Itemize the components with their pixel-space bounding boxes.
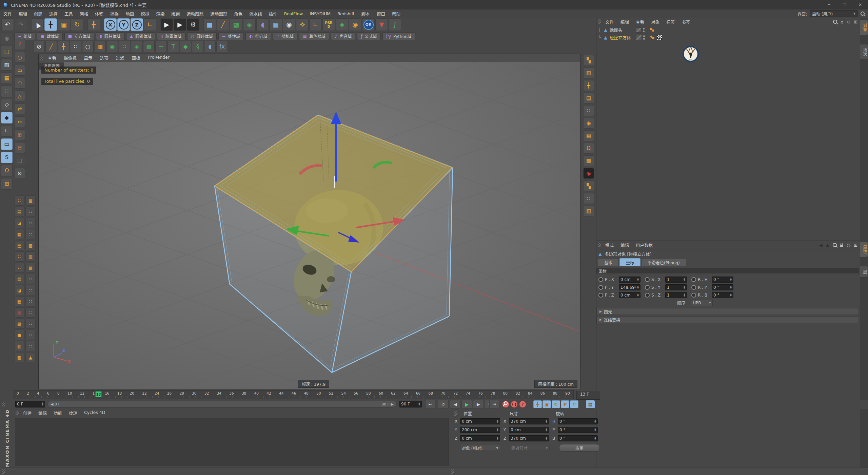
menu-item[interactable]: 渲染: [153, 10, 168, 18]
size-field[interactable]: 0 cm▲▼: [509, 427, 549, 433]
attribute-menu-item[interactable]: 用户数据: [632, 241, 656, 249]
menu-item[interactable]: 选择: [46, 10, 61, 18]
cube-field-button[interactable]: ■立方体域: [64, 32, 94, 40]
attribute-tab[interactable]: 平滑着色(Phong): [641, 258, 686, 266]
value-field[interactable]: 0 °▲▼: [712, 277, 733, 283]
cloth-icon[interactable]: ◖: [204, 41, 216, 52]
formula-field-button[interactable]: ƒ公式域: [357, 32, 380, 40]
clone-brush-icon[interactable]: ╋: [58, 41, 69, 52]
end-frame-field[interactable]: 90 F▲▼: [399, 401, 422, 407]
subdivision-surface-menu[interactable]: ▩: [230, 18, 242, 31]
object-row-cube[interactable]: └ ▲ 碰撞立方体: [596, 34, 860, 41]
menu-item[interactable]: 脚本: [358, 10, 373, 18]
floor-menu[interactable]: ▦: [270, 18, 282, 31]
panel-grip[interactable]: [598, 19, 601, 24]
cloner-icon[interactable]: ◉: [106, 41, 118, 52]
solo-mode[interactable]: S: [1, 152, 13, 163]
axis-mode[interactable]: ∟: [1, 125, 13, 137]
menu-item[interactable]: 体积: [92, 10, 107, 18]
search-icon[interactable]: [833, 20, 837, 24]
preset-button-22[interactable]: ∷: [25, 307, 36, 318]
viewport-menu-item[interactable]: 面板: [128, 54, 144, 62]
play-button[interactable]: ▶: [461, 400, 472, 408]
viewport-mode[interactable]: ▭: [1, 138, 13, 150]
preset-button-10[interactable]: ▩: [25, 240, 36, 250]
motext-icon[interactable]: T: [167, 41, 179, 52]
visibility-dots[interactable]: [643, 35, 645, 40]
previous-frame-button[interactable]: ◀: [450, 400, 461, 408]
fracture-icon[interactable]: ◈: [131, 41, 142, 52]
record-options-button[interactable]: ?: [519, 401, 526, 408]
radial-field-button[interactable]: ◐径向域: [245, 32, 271, 40]
pla-record-toggle[interactable]: ∷: [570, 400, 578, 408]
side-palette-icon-9[interactable]: ▩: [583, 155, 594, 166]
step-dots-icon[interactable]: ∷: [70, 41, 81, 52]
preset-button-13[interactable]: ∷: [14, 263, 24, 273]
workplane-mode[interactable]: ▦: [1, 72, 13, 84]
light-menu[interactable]: ☼: [296, 18, 309, 31]
psr-zero-button[interactable]: PSR 0: [322, 18, 335, 31]
sculpt-sphere-icon[interactable]: ◉: [1, 33, 13, 44]
menu-item[interactable]: INSYDIUM: [306, 10, 334, 17]
preset-button-27[interactable]: ▥: [14, 341, 24, 351]
viewport-menu-item[interactable]: 摄像机: [60, 54, 80, 62]
sphere-field-button[interactable]: ◉: [349, 18, 361, 31]
viewport-menu-item[interactable]: 查看: [44, 54, 60, 62]
menu-item[interactable]: 运动图形: [207, 10, 231, 18]
capsule-field-button[interactable]: ▯胶囊体域: [157, 32, 185, 40]
scale-record-toggle[interactable]: ▣: [542, 400, 551, 408]
size-field[interactable]: 370 cm▲▼: [509, 435, 549, 441]
preset-button-16[interactable]: ∷: [25, 274, 36, 284]
spline-pen-menu[interactable]: ╱: [217, 18, 229, 31]
move-tool[interactable]: ╋: [44, 18, 57, 31]
menu-item[interactable]: 文件: [0, 10, 15, 18]
point-mode[interactable]: ∷: [1, 86, 13, 97]
close-button[interactable]: ✕: [852, 0, 868, 10]
keyframe-dot[interactable]: [598, 277, 603, 282]
qr-button[interactable]: QR: [362, 18, 375, 31]
object-name[interactable]: 骷髅头: [609, 27, 624, 33]
viewport-menu-item[interactable]: 过滤: [112, 54, 128, 62]
play-backward-button[interactable]: ↺: [438, 400, 449, 408]
panel-grip[interactable]: [598, 243, 601, 247]
menu-item[interactable]: 捕捉: [107, 10, 122, 18]
preset-button-29[interactable]: ▩: [14, 352, 24, 362]
keyframe-dot[interactable]: [645, 277, 650, 282]
attribute-tab[interactable]: 坐标: [619, 258, 640, 266]
grid-dots-icon[interactable]: ▦: [94, 41, 106, 52]
keyframe-dot[interactable]: [691, 277, 696, 282]
playhead[interactable]: 13: [95, 391, 102, 397]
tracer-icon[interactable]: ~: [155, 41, 167, 52]
preset-button-28[interactable]: ∷: [25, 341, 36, 351]
start-frame-field[interactable]: 0 F▲▼: [15, 401, 45, 407]
panel-grip[interactable]: [454, 411, 457, 416]
maximize-button[interactable]: ❐: [837, 0, 852, 10]
attribute-menu-item[interactable]: 模式: [602, 241, 617, 249]
side-palette-icon-1[interactable]: ▚: [583, 55, 594, 66]
viewport-menu-item[interactable]: 显示: [80, 54, 96, 62]
preset-button-1[interactable]: ∷: [14, 195, 24, 206]
value-field[interactable]: 0 cm▲▼: [619, 292, 640, 298]
position-field[interactable]: 0 cm▲▼: [460, 418, 500, 424]
preset-button-6[interactable]: ∷: [25, 218, 36, 228]
snap-toggle[interactable]: Ω: [1, 165, 13, 176]
attribute-menu-item[interactable]: 编辑: [617, 241, 632, 249]
lock-icon[interactable]: [840, 245, 843, 247]
preset-button-23[interactable]: ▩: [14, 319, 24, 329]
collapsed-section[interactable]: ▶冻结变换: [596, 316, 859, 323]
material-list-area[interactable]: [15, 418, 449, 466]
position-field[interactable]: 200 cm▲▼: [460, 427, 500, 433]
menu-item[interactable]: 角色: [231, 10, 246, 18]
random-field-button[interactable]: ∷随机域: [273, 32, 298, 40]
object-manager-menu-item[interactable]: 标签: [663, 18, 678, 26]
scale-tool[interactable]: ▣: [58, 18, 70, 31]
side-palette-icon-4[interactable]: ▤: [583, 93, 594, 103]
collapsed-section[interactable]: ▶四元: [596, 308, 859, 315]
menu-item[interactable]: 雕刻: [168, 10, 183, 18]
spline-cursor-icon[interactable]: ╱: [45, 41, 57, 52]
live-selection-tool[interactable]: ▲: [31, 18, 44, 31]
preset-button-4[interactable]: ∷: [25, 207, 36, 217]
camera-menu[interactable]: ◉: [283, 18, 295, 31]
phong-tag-icon[interactable]: [649, 28, 655, 32]
value-field[interactable]: 0 °▲▼: [712, 284, 733, 290]
